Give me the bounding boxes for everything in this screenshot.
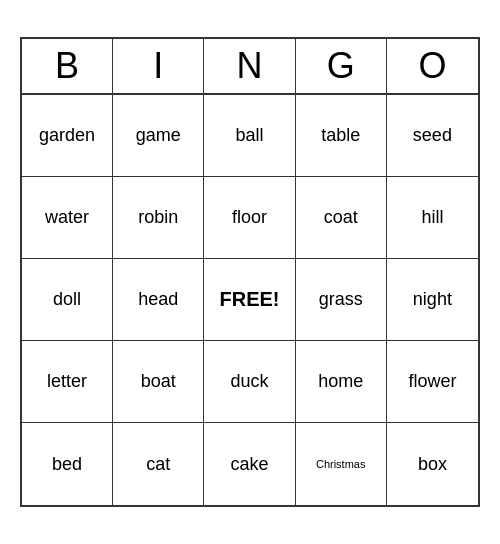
cell-r0-c2: ball [204, 95, 295, 177]
cell-r4-c2: cake [204, 423, 295, 505]
cell-r0-c3: table [296, 95, 387, 177]
header-letter: I [113, 39, 204, 93]
cell-r2-c2: FREE! [204, 259, 295, 341]
cell-r3-c1: boat [113, 341, 204, 423]
header-letter: B [22, 39, 113, 93]
cell-r1-c2: floor [204, 177, 295, 259]
cell-r4-c1: cat [113, 423, 204, 505]
cell-r3-c4: flower [387, 341, 478, 423]
header-letter: N [204, 39, 295, 93]
cell-r2-c4: night [387, 259, 478, 341]
cell-r3-c0: letter [22, 341, 113, 423]
cell-r2-c0: doll [22, 259, 113, 341]
cell-r1-c1: robin [113, 177, 204, 259]
header-letter: G [296, 39, 387, 93]
cell-r4-c4: box [387, 423, 478, 505]
cell-r1-c3: coat [296, 177, 387, 259]
cell-r4-c3: Christmas [296, 423, 387, 505]
cell-r1-c4: hill [387, 177, 478, 259]
cell-r3-c3: home [296, 341, 387, 423]
cell-r0-c4: seed [387, 95, 478, 177]
bingo-card: BINGO gardengameballtableseedwaterrobinf… [20, 37, 480, 507]
cell-r2-c1: head [113, 259, 204, 341]
cell-r3-c2: duck [204, 341, 295, 423]
cell-r0-c1: game [113, 95, 204, 177]
bingo-header: BINGO [22, 39, 478, 95]
cell-r2-c3: grass [296, 259, 387, 341]
header-letter: O [387, 39, 478, 93]
cell-r0-c0: garden [22, 95, 113, 177]
bingo-grid: gardengameballtableseedwaterrobinfloorco… [22, 95, 478, 505]
cell-r4-c0: bed [22, 423, 113, 505]
cell-r1-c0: water [22, 177, 113, 259]
